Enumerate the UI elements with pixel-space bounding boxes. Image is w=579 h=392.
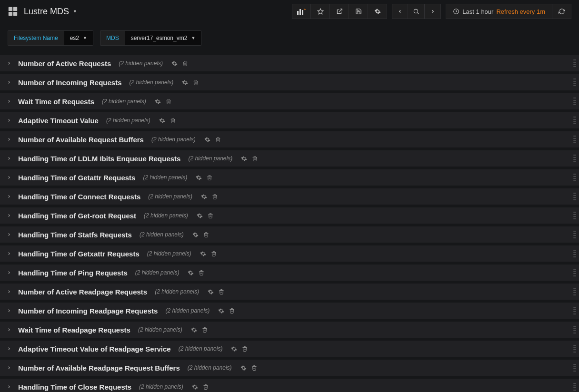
time-range-button[interactable]: Last 1 hour Refresh every 1m	[446, 4, 552, 19]
drag-handle-icon[interactable]	[573, 324, 577, 335]
dashboard-grid-icon[interactable]	[8, 6, 18, 17]
dashboard-title-dropdown[interactable]: Lustre MDS ▼	[24, 7, 77, 17]
row-settings-button[interactable]	[240, 365, 247, 371]
row-delete-button[interactable]	[252, 156, 258, 162]
panel-row[interactable]: Handling Time of Getxattr Requests(2 hid…	[0, 245, 579, 262]
row-delete-button[interactable]	[203, 384, 209, 390]
drag-handle-icon[interactable]	[573, 210, 577, 221]
save-button[interactable]	[349, 4, 368, 19]
drag-handle-icon[interactable]	[573, 115, 577, 126]
drag-handle-icon[interactable]	[573, 96, 577, 107]
drag-handle-icon[interactable]	[573, 286, 577, 297]
var-value-dropdown[interactable]: es2 ▼	[64, 30, 93, 46]
row-actions	[171, 60, 188, 67]
row-delete-button[interactable]	[242, 346, 248, 352]
star-button[interactable]	[311, 4, 330, 19]
row-delete-button[interactable]	[211, 251, 217, 257]
panel-row[interactable]: Number of Active Requests(2 hidden panel…	[0, 55, 579, 71]
panel-row[interactable]: Handling Time of Getattr Requests(2 hidd…	[0, 169, 579, 186]
var-mds[interactable]: MDS server17_esmon_vm2 ▼	[100, 30, 201, 46]
var-value-dropdown[interactable]: server17_esmon_vm2 ▼	[125, 30, 202, 46]
row-actions	[200, 251, 217, 257]
row-settings-button[interactable]	[208, 289, 214, 295]
chevron-right-icon	[6, 327, 12, 333]
row-settings-button[interactable]	[182, 79, 188, 86]
caret-down-icon: ▼	[191, 36, 195, 40]
drag-handle-icon[interactable]	[573, 229, 577, 240]
refresh-button[interactable]	[552, 4, 571, 19]
row-delete-button[interactable]	[182, 60, 188, 67]
panel-row[interactable]: Number of Available Readpage Request Buf…	[0, 360, 579, 376]
row-settings-button[interactable]	[191, 327, 197, 333]
row-delete-button[interactable]	[202, 327, 208, 333]
panel-row[interactable]: Wait Time of Requests(2 hidden panels)	[0, 93, 579, 109]
row-delete-button[interactable]	[199, 270, 204, 276]
drag-handle-icon[interactable]	[573, 134, 577, 145]
row-title: Handling Time of Ping Requests	[18, 269, 128, 277]
panel-row[interactable]: Number of Active Readpage Requests(2 hid…	[0, 284, 579, 300]
panel-row[interactable]: Adaptive Timeout Value(2 hidden panels)	[0, 112, 579, 128]
row-settings-button[interactable]	[204, 137, 210, 143]
panel-row[interactable]: Number of Incoming Requests(2 hidden pan…	[0, 74, 579, 90]
drag-handle-icon[interactable]	[573, 343, 577, 354]
var-filesystem-name[interactable]: Filesystem Name es2 ▼	[8, 30, 93, 46]
row-settings-button[interactable]	[188, 270, 194, 276]
row-settings-button[interactable]	[201, 194, 207, 200]
time-prev-button[interactable]	[392, 4, 408, 19]
row-settings-button[interactable]	[192, 384, 198, 390]
drag-handle-icon[interactable]	[573, 382, 577, 392]
add-panel-button[interactable]: +	[292, 4, 311, 19]
zoom-out-button[interactable]	[408, 4, 425, 19]
drag-handle-icon[interactable]	[573, 363, 577, 373]
row-hidden-note: (2 hidden panels)	[143, 174, 187, 181]
panel-row[interactable]: Number of Available Request Buffers(2 hi…	[0, 131, 579, 147]
row-actions	[191, 327, 208, 333]
drag-handle-icon[interactable]	[573, 58, 577, 69]
row-settings-button[interactable]	[155, 98, 161, 105]
row-settings-button[interactable]	[192, 232, 199, 238]
row-settings-button[interactable]	[159, 118, 165, 124]
row-settings-button[interactable]	[171, 60, 178, 67]
row-settings-button[interactable]	[197, 213, 203, 219]
panel-row[interactable]: Handling Time of Connect Requests(2 hidd…	[0, 188, 579, 205]
panel-row[interactable]: Number of Incoming Readpage Requests(2 h…	[0, 303, 579, 319]
svg-text:+: +	[304, 8, 306, 11]
drag-handle-icon[interactable]	[573, 191, 577, 202]
drag-handle-icon[interactable]	[573, 77, 577, 88]
drag-handle-icon[interactable]	[573, 153, 577, 164]
panel-row[interactable]: Handling Time of LDLM Ibits Enqueue Requ…	[0, 150, 579, 167]
row-settings-button[interactable]	[196, 175, 202, 181]
panel-row[interactable]: Handling Time of Statfs Requests(2 hidde…	[0, 226, 579, 243]
panel-row[interactable]: Handling Time of Get-root Request(2 hidd…	[0, 207, 579, 224]
row-delete-button[interactable]	[170, 118, 176, 124]
drag-handle-icon[interactable]	[573, 267, 577, 278]
row-title: Handling Time of Connect Requests	[18, 193, 140, 201]
row-delete-button[interactable]	[193, 79, 199, 86]
row-delete-button[interactable]	[212, 194, 218, 200]
row-hidden-note: (2 hidden panels)	[188, 364, 232, 371]
svg-rect-0	[9, 7, 12, 11]
time-next-button[interactable]	[425, 4, 441, 19]
row-settings-button[interactable]	[241, 156, 247, 162]
drag-handle-icon[interactable]	[573, 305, 577, 316]
refresh-interval-label: Refresh every 1m	[496, 8, 545, 15]
row-delete-button[interactable]	[215, 137, 221, 143]
share-button[interactable]	[330, 4, 349, 19]
panel-row[interactable]: Adaptive Timeout Value of Readpage Servi…	[0, 341, 579, 357]
row-settings-button[interactable]	[231, 346, 237, 352]
row-delete-button[interactable]	[208, 213, 213, 219]
row-delete-button[interactable]	[207, 175, 212, 181]
panel-row[interactable]: Wait Time of Readpage Requests(2 hidden …	[0, 322, 579, 338]
row-settings-button[interactable]	[218, 308, 224, 314]
drag-handle-icon[interactable]	[573, 248, 577, 259]
row-delete-button[interactable]	[203, 232, 209, 238]
panel-row[interactable]: Handling Time of Ping Requests(2 hidden …	[0, 265, 579, 281]
row-settings-button[interactable]	[200, 251, 206, 257]
row-delete-button[interactable]	[166, 98, 171, 105]
panel-row[interactable]: Handling Time of Close Requests(2 hidden…	[0, 379, 579, 392]
settings-button[interactable]	[368, 4, 387, 19]
drag-handle-icon[interactable]	[573, 172, 577, 183]
row-delete-button[interactable]	[251, 365, 257, 371]
row-delete-button[interactable]	[219, 289, 224, 295]
row-delete-button[interactable]	[229, 308, 235, 314]
